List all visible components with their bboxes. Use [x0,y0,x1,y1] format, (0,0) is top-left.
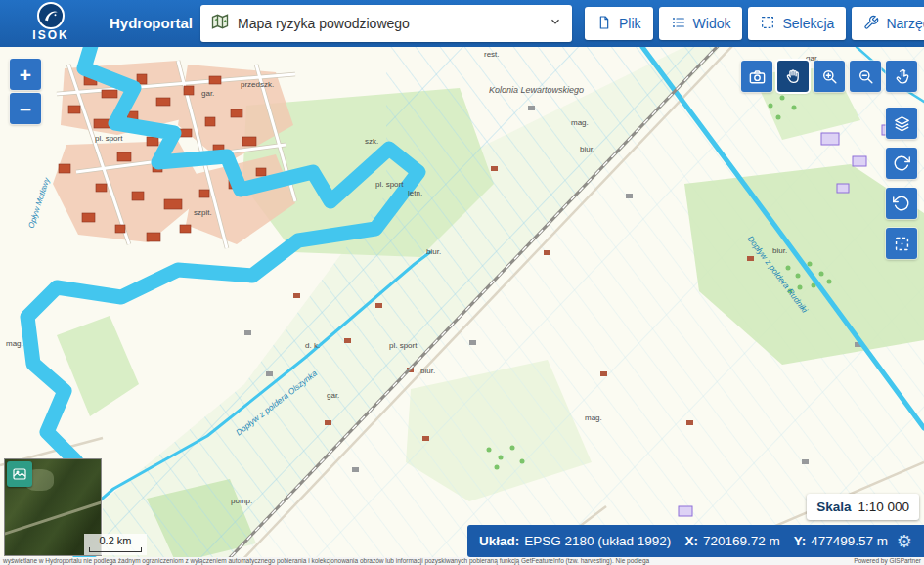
zoom-controls: + − [10,59,41,124]
map-toolbar-side [886,108,917,259]
redo-arrow-icon [893,154,910,172]
menu-label: Selekcja [782,16,834,31]
full-extent-button[interactable] [886,228,917,259]
footer-credit: Powered by GISPartner [854,557,921,565]
map-label: gar. [327,391,339,400]
overview-toggle-button[interactable] [7,461,32,487]
map-label: pl. sport [389,341,418,350]
menu-label: Plik [619,16,641,31]
picture-icon [12,466,27,482]
map-label: biur. [772,246,787,255]
isok-logo[interactable]: ISOK [8,0,94,47]
zoom-in-tool-button[interactable] [814,61,845,92]
map-label: pomp. [231,497,252,505]
screenshot-tool-button[interactable] [741,61,772,92]
magnifier-minus-icon [857,67,875,86]
map-label: biur. [420,367,435,375]
map-label: d. k. [305,341,320,350]
menu-label: Narzędzia [886,16,924,31]
isok-logo-text: ISOK [8,28,94,42]
layers-icon [893,114,911,133]
undo-button[interactable] [886,188,917,219]
pan-tool-button[interactable] [777,61,809,92]
hand-icon [784,67,803,86]
scale-indicator: Skala1:10 000 [807,494,919,520]
x-coordinate-value: 720169.72 m [703,534,780,548]
footer-disclaimer: wyświetlane w Hydroportalu nie podlega ż… [3,557,649,565]
menu-widok-button[interactable]: Widok [659,7,743,40]
map-label: pl. sport [95,134,123,143]
list-icon [671,15,686,33]
map-label: biur. [580,145,594,153]
top-bar: ISOK Hydroportal Mapa ryzyka powodzioweg… [0,0,924,47]
map-theme-select[interactable]: Mapa ryzyka powodziowego [200,5,572,42]
map-label: rest. [484,50,500,59]
scale-bar: 0.2 km [84,534,147,555]
redo-button[interactable] [886,148,917,179]
footer-bar: wyświetlane w Hydroportalu nie podlega ż… [0,557,924,565]
selection-icon [760,15,775,33]
zoom-out-tool-button[interactable] [850,61,881,92]
map-label: gar. [201,89,214,98]
extent-dashed-icon [893,235,911,253]
map-label: szk. [365,137,378,146]
y-coordinate-value: 477499.57 m [811,534,888,548]
menu-plik-button[interactable]: Plik [585,7,653,40]
map-toolbar-top [741,61,917,92]
scale-bar-label: 0.2 km [89,535,142,546]
zoom-out-button[interactable]: − [10,93,41,124]
chevron-down-icon [549,15,562,32]
map-select-value: Mapa ryzyka powodziowego [238,16,541,31]
map-label: przedszk. [241,80,274,89]
map-label: mag. [585,413,602,422]
map-label: biur. [426,247,441,256]
crs-label: Układ: [479,534,519,548]
identify-tool-button[interactable] [886,61,917,92]
map-label: pl. sport [375,180,404,189]
wrench-icon [863,15,879,33]
crs-value: EPSG 2180 (układ 1992) [524,534,671,548]
map-label: Kolonia Lewartowskiego [489,85,584,95]
map-icon [210,12,230,35]
map-label: szpit. [194,208,212,217]
file-icon [596,15,612,33]
scale-bar-line [89,547,142,552]
main-menu: Plik Widok Selekcja Narzędzia [585,7,924,40]
map-label: mag. [571,118,589,127]
x-coordinate-label: X: [684,534,698,548]
isok-logo-icon [37,2,65,29]
zoom-in-button[interactable]: + [10,59,41,90]
scale-label: Skala [816,500,851,514]
menu-selekcja-button[interactable]: Selekcja [748,7,846,40]
magnifier-plus-icon [820,67,839,86]
menu-label: Widok [693,16,731,31]
undo-arrow-icon [893,195,910,212]
settings-gear-icon[interactable]: ⚙ [895,533,914,550]
menu-narzedzia-button[interactable]: Narzędzia [852,7,924,40]
scale-value: 1:10 000 [858,500,909,514]
map-canvas[interactable]: Kolonia Lewartowskiego rest. przedszk. g… [0,47,924,565]
map-label: mag. [6,339,23,348]
app-title: Hydroportal [110,0,193,47]
tap-finger-icon [893,67,911,86]
status-bar: Układ: EPSG 2180 (układ 1992) X: 720169.… [467,525,924,557]
camera-icon [748,67,767,86]
y-coordinate-label: Y: [794,534,807,548]
layers-button[interactable] [886,108,917,139]
map-area[interactable]: Kolonia Lewartowskiego rest. przedszk. g… [0,47,924,565]
map-label: letn. [408,189,422,197]
